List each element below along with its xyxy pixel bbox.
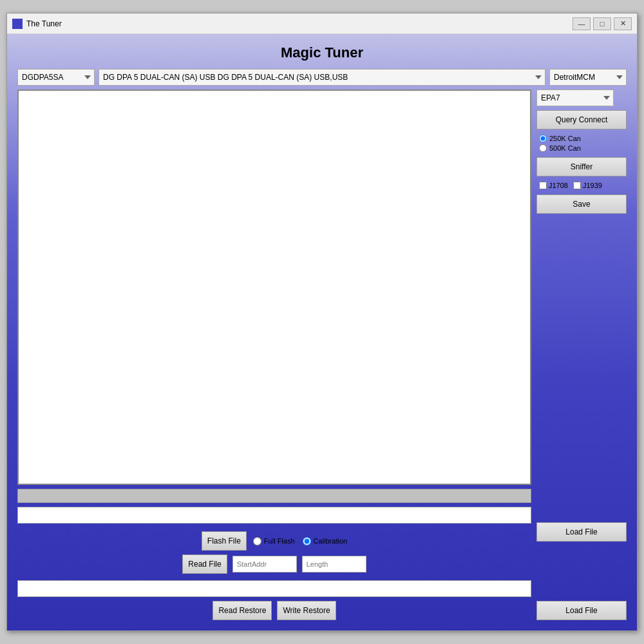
- j1708-checkbox[interactable]: [539, 182, 547, 189]
- write-restore-button[interactable]: Write Restore: [277, 601, 336, 620]
- maximize-button[interactable]: □: [593, 17, 611, 30]
- title-bar-buttons: — □ ✕: [573, 17, 632, 30]
- start-addr-input[interactable]: [232, 556, 297, 573]
- flash-row: Flash File Full Flash Calibration: [17, 531, 531, 551]
- restore-btn-row: Read Restore Write Restore: [17, 601, 531, 620]
- j1708-label: J1708: [549, 182, 568, 189]
- right-spacer: [536, 218, 627, 518]
- sniffer-checkbox-row: J1708 J1939: [536, 180, 627, 191]
- calibration-label: Calibration: [314, 537, 348, 545]
- main-window: The Tuner — □ ✕ Magic Tuner DGDPA5SA DG …: [6, 13, 638, 631]
- radio-250k-item[interactable]: 250K Can: [539, 135, 624, 142]
- right-gap: [536, 545, 627, 597]
- sniffer-button[interactable]: Sniffer: [536, 157, 627, 176]
- device-dropdown[interactable]: DG DPA 5 DUAL-CAN (SA) USB DG DPA 5 DUAL…: [99, 69, 545, 86]
- flash-type-radio-group: Full Flash Calibration: [253, 537, 347, 545]
- read-file-button[interactable]: Read File: [182, 554, 227, 574]
- restore-path-row: [17, 580, 531, 597]
- query-connect-button[interactable]: Query Connect: [536, 110, 627, 129]
- minimize-button[interactable]: —: [573, 17, 591, 30]
- radio-250k-label: 250K Can: [549, 135, 581, 142]
- close-button[interactable]: ✕: [614, 17, 632, 30]
- radio-500k-item[interactable]: 500K Can: [539, 144, 624, 152]
- radio-250k[interactable]: [539, 135, 547, 142]
- radio-500k[interactable]: [539, 144, 547, 152]
- restore-section: Read Restore Write Restore: [17, 580, 531, 620]
- flash-file-button[interactable]: Flash File: [202, 531, 247, 551]
- full-flash-radio-item[interactable]: Full Flash: [253, 537, 295, 545]
- save-button[interactable]: Save: [536, 194, 627, 214]
- j1939-checkbox[interactable]: [573, 182, 581, 189]
- calibration-radio[interactable]: [303, 537, 311, 545]
- main-content: Flash File Full Flash Calibration: [17, 90, 627, 620]
- app-title: Magic Tuner: [17, 44, 627, 61]
- j1939-label: J1939: [583, 182, 602, 189]
- can-speed-radio-group: 250K Can 500K Can: [536, 133, 627, 153]
- progress-bar-container: [17, 489, 531, 503]
- app-icon: [12, 19, 23, 29]
- file-path-input[interactable]: [17, 507, 531, 524]
- adapter-dropdown[interactable]: DGDPA5SA: [17, 69, 95, 86]
- top-row: DGDPA5SA DG DPA 5 DUAL-CAN (SA) USB DG D…: [17, 69, 627, 86]
- read-restore-button[interactable]: Read Restore: [213, 601, 272, 620]
- j1939-checkbox-item[interactable]: J1939: [573, 182, 602, 189]
- full-flash-label: Full Flash: [264, 537, 295, 545]
- ecm-dropdown[interactable]: DetroitMCM: [549, 69, 627, 86]
- j1708-checkbox-item[interactable]: J1708: [539, 182, 568, 189]
- log-area: [17, 90, 531, 485]
- read-row: Read File: [17, 554, 531, 574]
- calibration-radio-item[interactable]: Calibration: [303, 537, 348, 545]
- epa-dropdown[interactable]: EPA7: [536, 90, 614, 106]
- title-bar: The Tuner — □ ✕: [7, 14, 637, 34]
- full-flash-radio[interactable]: [253, 537, 261, 545]
- title-bar-text: The Tuner: [26, 19, 573, 28]
- load-file-bottom-button[interactable]: Load File: [536, 601, 627, 620]
- right-panel: EPA7 Query Connect 250K Can 500K Can Sni…: [536, 90, 627, 620]
- left-panel: Flash File Full Flash Calibration: [17, 90, 531, 620]
- file-path-row: [17, 507, 531, 524]
- bottom-section: Flash File Full Flash Calibration: [17, 531, 531, 574]
- restore-path-input[interactable]: [17, 580, 531, 597]
- radio-500k-label: 500K Can: [549, 144, 581, 152]
- window-body: Magic Tuner DGDPA5SA DG DPA 5 DUAL-CAN (…: [7, 34, 637, 630]
- load-file-top-button[interactable]: Load File: [536, 522, 627, 542]
- length-input[interactable]: [302, 556, 366, 573]
